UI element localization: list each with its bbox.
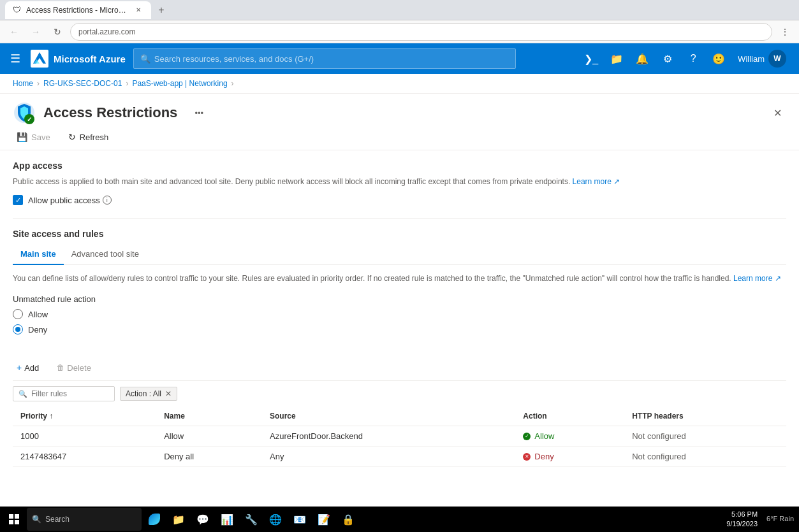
save-label: Save [31, 133, 50, 142]
clock-date: 9/19/2023 [726, 519, 758, 529]
taskbar-app3[interactable]: 🔧 [240, 508, 263, 531]
deny-icon [523, 453, 531, 461]
checkbox-check-icon: ✓ [15, 196, 21, 205]
taskbar-explorer[interactable]: 📁 [167, 508, 190, 531]
tab-main-site[interactable]: Main site [13, 244, 64, 265]
forward-button[interactable]: → [27, 23, 45, 41]
table-row[interactable]: 2147483647 Deny all Any Deny Not configu… [13, 447, 786, 467]
taskbar-clock[interactable]: 5:06 PM 9/19/2023 [721, 510, 763, 529]
settings-button[interactable]: ⚙ [656, 47, 679, 70]
breadcrumb-sep-2: › [126, 79, 128, 88]
back-button[interactable]: ← [5, 23, 23, 41]
svg-rect-3 [9, 514, 13, 519]
col-source: Source [262, 406, 515, 426]
col-name: Name [156, 406, 262, 426]
search-icon: 🔍 [140, 54, 150, 64]
more-options-button[interactable]: ••• [190, 104, 208, 122]
cloud-shell-button[interactable]: ❯_ [580, 47, 603, 70]
radio-allow[interactable] [13, 309, 23, 319]
add-rule-button[interactable]: + Add [13, 360, 43, 375]
filter-rules-input[interactable] [31, 389, 109, 398]
page-icon: ✓ [13, 101, 36, 124]
address-bar[interactable]: portal.azure.com [70, 23, 772, 41]
allow-public-label: Allow public access i [28, 196, 112, 205]
notifications-button[interactable]: 🔔 [631, 47, 654, 70]
filter-input-container[interactable]: 🔍 [13, 386, 115, 401]
cell-http-headers: Not configured [624, 426, 786, 447]
refresh-button[interactable]: ↻ Refresh [64, 129, 113, 145]
table-row[interactable]: 1000 Allow AzureFrontDoor.Backend Allow … [13, 426, 786, 447]
info-icon[interactable]: i [103, 196, 112, 205]
filter-tag: Action : All ✕ [120, 387, 177, 401]
allow-public-access-row: ✓ Allow public access i [13, 195, 786, 205]
filter-bar: 🔍 Action : All ✕ [13, 381, 786, 406]
taskbar-app5[interactable]: 📧 [288, 508, 311, 531]
taskbar-app1[interactable]: 💬 [191, 508, 214, 531]
taskbar-app6[interactable]: 📝 [312, 508, 335, 531]
delete-rule-button[interactable]: 🗑 Delete [53, 361, 95, 375]
topnav-actions: ❯_ 📁 🔔 ⚙ ? 🙂 William W [580, 47, 791, 70]
help-button[interactable]: ? [682, 47, 705, 70]
tab-description: You can define lists of allow/deny rules… [13, 273, 786, 284]
azure-logo-icon [31, 50, 48, 68]
taskbar-search-label: Search [45, 515, 70, 524]
unmatched-rule-group: Unmatched rule action Allow Deny [13, 294, 786, 334]
tab-close-button[interactable]: ✕ [133, 5, 143, 15]
hamburger-menu[interactable]: ☰ [8, 49, 23, 68]
tab-favicon: 🛡 [13, 5, 21, 15]
radio-deny-row: Deny [13, 324, 786, 334]
action-status: Allow [523, 431, 617, 441]
reload-button[interactable]: ↻ [48, 23, 66, 41]
breadcrumb-rg[interactable]: RG-UKS-SEC-DOC-01 [43, 79, 122, 88]
cell-action: Deny [515, 447, 624, 467]
app-access-section: App access Public access is applied to b… [0, 150, 799, 218]
taskbar-weather[interactable]: 6°F Rain [764, 508, 796, 531]
taskbar-search[interactable]: 🔍 Search [27, 508, 142, 531]
breadcrumb-networking[interactable]: PaaS-web-app | Networking [132, 79, 227, 88]
tab-advanced-tool-site[interactable]: Advanced tool site [64, 244, 147, 265]
unmatched-rule-label: Unmatched rule action [13, 294, 786, 304]
app-access-desc: Public access is applied to both main si… [13, 176, 786, 187]
taskbar-app7[interactable]: 🔒 [337, 508, 360, 531]
directory-button[interactable]: 📁 [605, 47, 628, 70]
cell-name: Allow [156, 426, 262, 447]
global-search-bar[interactable]: 🔍 Search resources, services, and docs (… [133, 48, 516, 69]
save-button[interactable]: 💾 Save [13, 129, 54, 145]
azure-topnav: ☰ Microsoft Azure 🔍 Search resources, se… [0, 43, 799, 74]
svg-rect-5 [9, 520, 13, 524]
feedback-button[interactable]: 🙂 [707, 47, 730, 70]
close-button[interactable]: ✕ [768, 104, 786, 122]
rules-section: + Add 🗑 Delete 🔍 Action : All ✕ [0, 355, 799, 467]
cell-source: AzureFrontDoor.Backend [262, 426, 515, 447]
taskbar-app4[interactable]: 🌐 [264, 508, 287, 531]
taskbar-app2[interactable]: 📊 [216, 508, 238, 531]
toolbar: 💾 Save ↻ Refresh [0, 124, 799, 150]
app-access-learn-more[interactable]: Learn more ↗ [573, 177, 620, 186]
rules-toolbar: + Add 🗑 Delete [13, 355, 786, 381]
breadcrumb-home[interactable]: Home [13, 79, 33, 88]
browser-menu-button[interactable]: ⋮ [776, 23, 794, 41]
browser-tab[interactable]: 🛡 Access Restrictions - Micros... ✕ [5, 1, 151, 19]
allow-public-checkbox[interactable]: ✓ [13, 195, 23, 205]
radio-deny[interactable] [13, 324, 23, 334]
new-tab-button[interactable]: + [154, 3, 169, 18]
cell-name: Deny all [156, 447, 262, 467]
action-status: Deny [523, 452, 617, 461]
tab-learn-more[interactable]: Learn more ↗ [733, 274, 781, 283]
delete-icon: 🗑 [57, 363, 64, 372]
taskbar-start[interactable] [3, 508, 26, 531]
search-placeholder: Search resources, services, and docs (G+… [154, 54, 314, 64]
filter-tag-remove[interactable]: ✕ [165, 389, 172, 398]
radio-deny-label: Deny [28, 325, 47, 334]
taskbar: 🔍 Search 📁 💬 📊 🔧 🌐 📧 📝 🔒 5:06 PM 9/19/20… [0, 507, 799, 532]
refresh-label: Refresh [80, 133, 109, 142]
rules-table: Priority ↑ Name Source Action HTTP heade… [13, 406, 786, 467]
taskbar-edge[interactable] [143, 508, 166, 531]
cell-priority: 1000 [13, 426, 156, 447]
user-avatar: W [768, 50, 786, 68]
user-name: William [738, 54, 765, 64]
azure-logo[interactable]: Microsoft Azure [31, 50, 126, 68]
cell-source: Any [262, 447, 515, 467]
col-priority[interactable]: Priority ↑ [13, 406, 156, 426]
user-menu[interactable]: William W [733, 47, 791, 70]
